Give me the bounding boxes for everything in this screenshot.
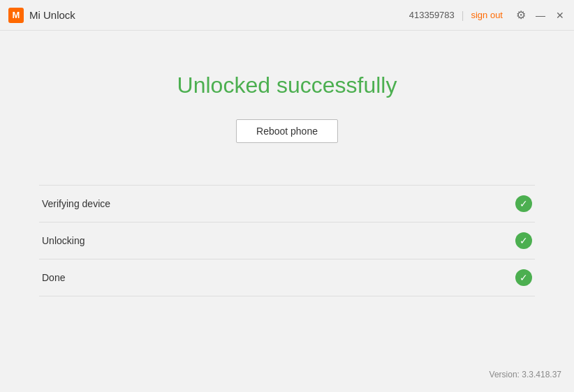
reboot-button[interactable]: Reboot phone — [236, 119, 338, 143]
settings-icon[interactable]: ⚙ — [515, 10, 527, 21]
pipe-divider: | — [462, 10, 464, 21]
step-label-unlocking: Unlocking — [42, 235, 84, 246]
minimize-icon[interactable]: — — [535, 10, 546, 21]
mi-logo: M — [8, 8, 24, 23]
step-label-done: Done — [42, 272, 65, 283]
step-label-verifying: Verifying device — [42, 198, 110, 209]
title-bar-controls: ⚙ — ✕ — [515, 10, 566, 21]
check-icon-verifying: ✓ — [515, 195, 532, 212]
step-item-verifying: Verifying device ✓ — [39, 185, 535, 222]
check-icon-unlocking: ✓ — [515, 232, 532, 249]
title-bar: M Mi Unlock 413359783 | sign out ⚙ — ✕ — [0, 0, 574, 31]
step-item-unlocking: Unlocking ✓ — [39, 222, 535, 259]
title-bar-right: 413359783 | sign out ⚙ — ✕ — [409, 10, 566, 21]
step-item-done: Done ✓ — [39, 259, 535, 296]
user-id: 413359783 — [409, 10, 455, 20]
success-title: Unlocked successfully — [177, 73, 397, 98]
close-icon[interactable]: ✕ — [554, 10, 566, 21]
main-content: Unlocked successfully Reboot phone — [0, 31, 574, 143]
steps-section: Verifying device ✓ Unlocking ✓ Done ✓ — [39, 185, 535, 296]
check-icon-done: ✓ — [515, 269, 532, 286]
sign-out-link[interactable]: sign out — [471, 10, 503, 20]
app-title: Mi Unlock — [29, 9, 75, 21]
version-text: Version: 3.3.418.37 — [490, 370, 561, 379]
title-bar-left: M Mi Unlock — [8, 8, 75, 23]
